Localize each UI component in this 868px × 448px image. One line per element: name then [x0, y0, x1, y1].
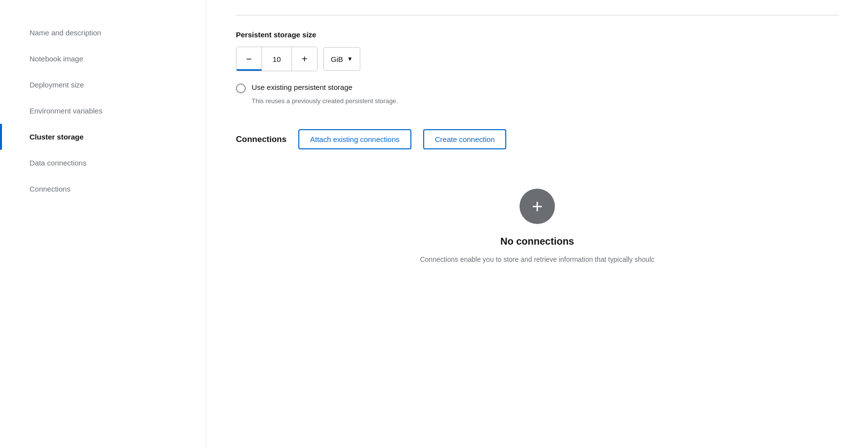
sidebar-item-data-connections[interactable]: Data connections — [29, 150, 206, 176]
sidebar-item-notebook-image[interactable]: Notebook image — [29, 46, 206, 72]
create-connection-button[interactable]: Create connection — [423, 129, 507, 149]
add-connection-icon — [520, 189, 555, 224]
stepper-container: − + — [236, 47, 318, 71]
storage-size-input[interactable] — [262, 47, 291, 71]
existing-storage-description: This reuses a previously created persist… — [252, 97, 839, 105]
connections-empty-state: No connections Connections enable you to… — [236, 169, 839, 284]
connections-title: Connections — [236, 135, 287, 144]
connections-header: Connections Attach existing connections … — [236, 129, 839, 149]
sidebar-item-name-description[interactable]: Name and description — [29, 20, 206, 46]
persistent-storage-section: Persistent storage size − + GiB ▼ Use ex… — [236, 30, 839, 105]
sidebar-item-cluster-storage[interactable]: Cluster storage — [29, 124, 206, 150]
storage-size-controls: − + GiB ▼ — [236, 47, 839, 71]
existing-storage-label: Use existing persistent storage — [252, 83, 352, 91]
empty-state-title: No connections — [500, 236, 574, 247]
unit-select[interactable]: GiB ▼ — [323, 47, 360, 71]
unit-label: GiB — [331, 55, 343, 63]
connections-section: Connections Attach existing connections … — [236, 129, 839, 284]
persistent-storage-label: Persistent storage size — [236, 30, 839, 39]
sidebar-item-environment-variables[interactable]: Environment variables — [29, 98, 206, 124]
sidebar: Name and description Notebook image Depl… — [0, 0, 206, 448]
sidebar-item-connections[interactable]: Connections — [29, 176, 206, 202]
decrement-button[interactable]: − — [236, 47, 262, 71]
chevron-down-icon: ▼ — [347, 56, 353, 62]
existing-storage-radio-option: Use existing persistent storage — [236, 83, 839, 93]
increment-button[interactable]: + — [291, 47, 317, 71]
attach-existing-connections-button[interactable]: Attach existing connections — [298, 129, 411, 149]
main-content: Persistent storage size − + GiB ▼ Use ex… — [206, 0, 868, 448]
empty-state-description: Connections enable you to store and retr… — [420, 254, 654, 265]
top-divider — [236, 15, 839, 16]
existing-storage-radio[interactable] — [236, 84, 246, 93]
sidebar-item-deployment-size[interactable]: Deployment size — [29, 72, 206, 98]
